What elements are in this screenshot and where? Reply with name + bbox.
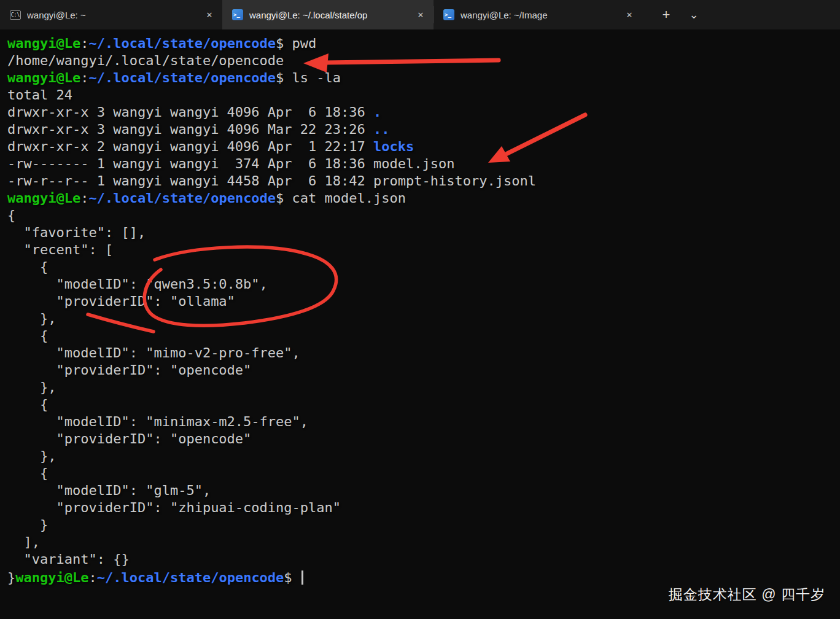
terminal-line: { <box>7 465 835 482</box>
terminal-text-segment: wangyi@Le <box>7 190 80 206</box>
terminal-text-segment: "modelID": "glm-5", <box>7 483 211 498</box>
terminal-text-segment: ~/.local/state/opencode <box>88 190 276 206</box>
terminal-line: wangyi@Le:~/.local/state/opencode$ pwd <box>7 35 835 52</box>
new-tab-button[interactable]: + <box>653 4 679 25</box>
terminal-line: total 24 <box>7 87 835 104</box>
tab-title: wangyi@Le: ~ <box>27 10 195 20</box>
terminal-text-segment: $ ls -la <box>276 70 341 85</box>
terminal-line: drwxr-xr-x 3 wangyi wangyi 4096 Mar 22 2… <box>7 121 835 138</box>
watermark: 掘金技术社区 @ 四千岁 <box>669 585 825 604</box>
terminal-text-segment: ~/.local/state/opencode <box>88 70 276 85</box>
terminal-line: "providerID": "zhipuai-coding-plan" <box>7 499 835 516</box>
terminal-text-segment: $ cat model.json <box>276 190 406 206</box>
terminal-icon: >_ <box>232 9 243 20</box>
terminal-text-segment: "providerID": "ollama" <box>7 294 235 309</box>
terminal-text-segment: -rw-r--r-- 1 wangyi wangyi 4458 Apr 6 18… <box>7 173 536 189</box>
tab-bar: C:\ wangyi@Le: ~ ✕ >_ wangyi@Le: ~/.loca… <box>0 0 840 29</box>
terminal-text-segment: } <box>7 517 48 532</box>
tab-opencode-state[interactable]: >_ wangyi@Le: ~/.local/state/op ✕ <box>222 0 434 29</box>
terminal-line: -rw------- 1 wangyi wangyi 374 Apr 6 18:… <box>7 155 835 173</box>
terminal-text-segment: locks <box>373 139 414 154</box>
tab-title: wangyi@Le: ~/Image <box>461 10 615 20</box>
terminal-text-segment: } <box>7 570 15 585</box>
terminal-text-segment: : <box>80 36 88 51</box>
terminal-line: "providerID": "ollama" <box>7 293 835 310</box>
close-tab-icon[interactable]: ✕ <box>413 7 429 23</box>
terminal-line: { <box>7 327 835 345</box>
terminal-line: "modelID": "glm-5", <box>7 482 835 499</box>
terminal-text-segment: }, <box>7 448 56 464</box>
terminal-text-segment: -rw------- 1 wangyi wangyi 374 Apr 6 18:… <box>7 156 454 171</box>
terminal-text-segment: { <box>7 397 48 412</box>
terminal-text-segment: "modelID": "qwen3.5:0.8b", <box>7 276 268 292</box>
terminal-text-segment: "modelID": "minimax-m2.5-free", <box>7 414 308 429</box>
terminal-line: /home/wangyi/.local/state/opencode <box>7 52 835 69</box>
terminal-line: "modelID": "minimax-m2.5-free", <box>7 413 835 430</box>
terminal-line: wangyi@Le:~/.local/state/opencode$ ls -l… <box>7 69 835 87</box>
terminal-text-segment: "providerID": "zhipuai-coding-plan" <box>7 500 341 515</box>
terminal-text-segment: wangyi@Le <box>15 570 88 585</box>
terminal-window: C:\ wangyi@Le: ~ ✕ >_ wangyi@Le: ~/.loca… <box>0 0 840 619</box>
tab-image[interactable]: >_ wangyi@Le: ~/Image ✕ <box>434 0 642 29</box>
terminal-line: { <box>7 207 835 224</box>
terminal-text-segment: "modelID": "mimo-v2-pro-free", <box>7 345 300 360</box>
terminal-line: } <box>7 516 835 534</box>
terminal-text-segment: ~/.local/state/opencode <box>97 570 284 585</box>
terminal-line: "modelID": "mimo-v2-pro-free", <box>7 345 835 362</box>
terminal-text-segment: ], <box>7 534 40 550</box>
tab-home[interactable]: C:\ wangyi@Le: ~ ✕ <box>0 0 222 29</box>
terminal-line: { <box>7 396 835 413</box>
terminal-line: }, <box>7 379 835 396</box>
terminal-text-segment: "providerID": "opencode" <box>7 362 251 378</box>
terminal-line: "favorite": [], <box>7 224 835 241</box>
terminal-line: "recent": [ <box>7 241 835 259</box>
terminal-text-segment: drwxr-xr-x 2 wangyi wangyi 4096 Apr 1 22… <box>7 139 373 154</box>
terminal-text-segment: "variant": {} <box>7 551 130 567</box>
terminal-text-segment: total 24 <box>7 87 72 103</box>
terminal-line: }, <box>7 310 835 327</box>
terminal-text-segment: "recent": [ <box>7 242 113 257</box>
terminal-text-segment: . <box>373 104 381 120</box>
terminal-text-segment: "providerID": "opencode" <box>7 431 251 446</box>
terminal-line: -rw-r--r-- 1 wangyi wangyi 4458 Apr 6 18… <box>7 173 835 190</box>
terminal-text-segment: "favorite": [], <box>7 225 146 240</box>
terminal-text-segment: : <box>88 570 96 585</box>
terminal-line: wangyi@Le:~/.local/state/opencode$ cat m… <box>7 190 835 207</box>
terminal-line: }wangyi@Le:~/.local/state/opencode$ <box>7 568 835 585</box>
terminal-text-segment: { <box>7 465 48 481</box>
terminal-line: "modelID": "qwen3.5:0.8b", <box>7 276 835 293</box>
terminal-text-segment: }, <box>7 311 56 326</box>
tab-dropdown-icon[interactable]: ⌄ <box>682 4 706 25</box>
terminal-text-segment: /home/wangyi/.local/state/opencode <box>7 53 284 68</box>
terminal-output: wangyi@Le:~/.local/state/opencode$ pwd/h… <box>7 35 835 585</box>
terminal-text-segment: ~/.local/state/opencode <box>88 36 276 51</box>
terminal-icon: >_ <box>443 9 454 20</box>
terminal-line: drwxr-xr-x 2 wangyi wangyi 4096 Apr 1 22… <box>7 138 835 155</box>
terminal-text-segment: { <box>7 328 48 343</box>
tab-title: wangyi@Le: ~/.local/state/op <box>249 10 406 20</box>
terminal-text-segment: }, <box>7 380 56 395</box>
terminal-line: ], <box>7 534 835 551</box>
terminal-text-segment: { <box>7 259 48 274</box>
terminal-text-segment: $ <box>284 570 300 585</box>
terminal-line: drwxr-xr-x 3 wangyi wangyi 4096 Apr 6 18… <box>7 104 835 121</box>
terminal-text-segment: : <box>80 70 88 85</box>
terminal-text-segment: drwxr-xr-x 3 wangyi wangyi 4096 Mar 22 2… <box>7 122 373 137</box>
terminal-line: { <box>7 259 835 276</box>
terminal-line: "variant": {} <box>7 551 835 568</box>
terminal-line: "providerID": "opencode" <box>7 362 835 379</box>
close-tab-icon[interactable]: ✕ <box>621 7 637 23</box>
terminal-text-segment: drwxr-xr-x 3 wangyi wangyi 4096 Apr 6 18… <box>7 104 373 120</box>
terminal-text-segment: $ pwd <box>276 36 316 51</box>
terminal-text-segment: { <box>7 208 15 223</box>
terminal-cursor <box>301 570 303 585</box>
terminal-text-segment: wangyi@Le <box>7 36 80 51</box>
terminal-text-segment: wangyi@Le <box>7 70 80 85</box>
cmd-icon: C:\ <box>10 10 21 20</box>
close-tab-icon[interactable]: ✕ <box>201 7 217 23</box>
terminal-text-segment: .. <box>373 122 390 137</box>
terminal-line: }, <box>7 448 835 465</box>
terminal-text-segment: : <box>80 190 88 206</box>
terminal-line: "providerID": "opencode" <box>7 430 835 448</box>
terminal-viewport[interactable]: wangyi@Le:~/.local/state/opencode$ pwd/h… <box>0 29 840 619</box>
